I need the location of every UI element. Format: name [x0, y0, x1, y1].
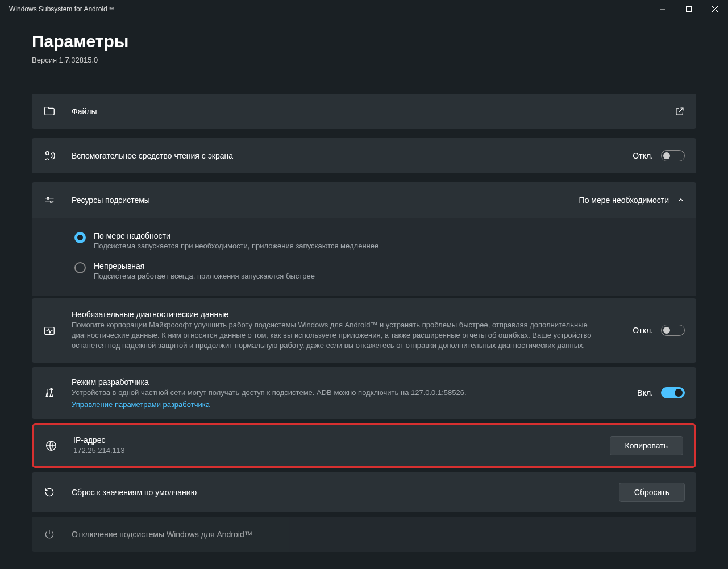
open-external-icon[interactable] [675, 106, 685, 117]
developer-sub: Устройства в одной частной сети могут по… [72, 388, 637, 398]
option-title: Непрерывная [94, 261, 315, 271]
version-label: Версия 1.7.32815.0 [32, 56, 696, 64]
minimize-button[interactable] [650, 0, 676, 18]
maximize-button[interactable] [676, 0, 702, 18]
option-title: По мере надобности [94, 231, 378, 240]
radio-unselected-icon[interactable] [74, 262, 86, 273]
window-controls [650, 0, 728, 18]
svg-point-6 [47, 197, 49, 199]
accessibility-icon [43, 149, 56, 162]
files-label: Файлы [72, 107, 675, 116]
radio-selected-icon[interactable] [74, 232, 86, 243]
svg-point-4 [46, 152, 49, 155]
app-title: Windows Subsystem for Android™ [9, 5, 114, 13]
screen-reader-row: Вспомогательное средство чтения с экрана… [32, 138, 696, 173]
ip-value: 172.25.214.113 [73, 446, 610, 456]
resource-option-ondemand[interactable]: По мере надобности Подсистема запускаетс… [43, 226, 685, 256]
heartbeat-icon [43, 325, 56, 337]
diagnostics-state: Откл. [633, 326, 653, 335]
screen-reader-toggle[interactable] [661, 150, 685, 161]
folder-icon [43, 105, 56, 118]
resource-option-continuous[interactable]: Непрерывная Подсистема работает всегда, … [43, 256, 685, 286]
copy-button[interactable]: Копировать [610, 436, 683, 455]
diagnostics-toggle[interactable] [661, 325, 685, 336]
page-title: Параметры [32, 32, 696, 51]
reset-title: Сброс к значениям по умолчанию [72, 488, 619, 497]
ip-title: IP-адрес [73, 435, 610, 445]
power-icon [43, 528, 56, 541]
close-button[interactable] [702, 0, 728, 18]
sliders-icon [43, 194, 56, 206]
titlebar: Windows Subsystem for Android™ [0, 0, 728, 18]
screen-reader-label: Вспомогательное средство чтения с экрана [72, 151, 633, 160]
diagnostics-row: Необязательные диагностические данные По… [32, 298, 696, 363]
svg-point-8 [51, 201, 52, 203]
screen-reader-state: Откл. [633, 151, 653, 160]
files-row[interactable]: Файлы [32, 94, 696, 129]
shutdown-title: Отключение подсистемы Windows для Androi… [72, 530, 685, 539]
tools-icon [43, 387, 56, 399]
ip-address-row: IP-адрес 172.25.214.113 Копировать [32, 423, 696, 468]
developer-row: Режим разработчика Устройства в одной ча… [32, 367, 696, 419]
resources-selected: По мере необходимости [579, 196, 669, 205]
chevron-up-icon[interactable] [677, 196, 685, 204]
developer-state: Вкл. [637, 388, 653, 397]
developer-link[interactable]: Управление параметрами разработчика [72, 400, 637, 409]
reset-icon [43, 486, 56, 499]
reset-button[interactable]: Сбросить [619, 483, 685, 502]
resources-options: По мере надобности Подсистема запускаетс… [32, 218, 696, 296]
shutdown-row: Отключение подсистемы Windows для Androi… [32, 517, 696, 552]
svg-rect-1 [687, 7, 692, 12]
network-icon [45, 439, 57, 452]
reset-row: Сброс к значениям по умолчанию Сбросить [32, 472, 696, 512]
diagnostics-title: Необязательные диагностические данные [72, 310, 615, 319]
resources-row[interactable]: Ресурсы подсистемы По мере необходимости [32, 182, 696, 218]
option-sub: Подсистема запускается при необходимости… [94, 242, 378, 250]
diagnostics-sub: Помогите корпорации Майкрософт улучшить … [72, 320, 615, 351]
option-sub: Подсистема работает всегда, приложения з… [94, 272, 315, 280]
developer-toggle[interactable] [661, 387, 685, 398]
developer-title: Режим разработчика [72, 377, 637, 387]
resources-label: Ресурсы подсистемы [72, 196, 579, 205]
